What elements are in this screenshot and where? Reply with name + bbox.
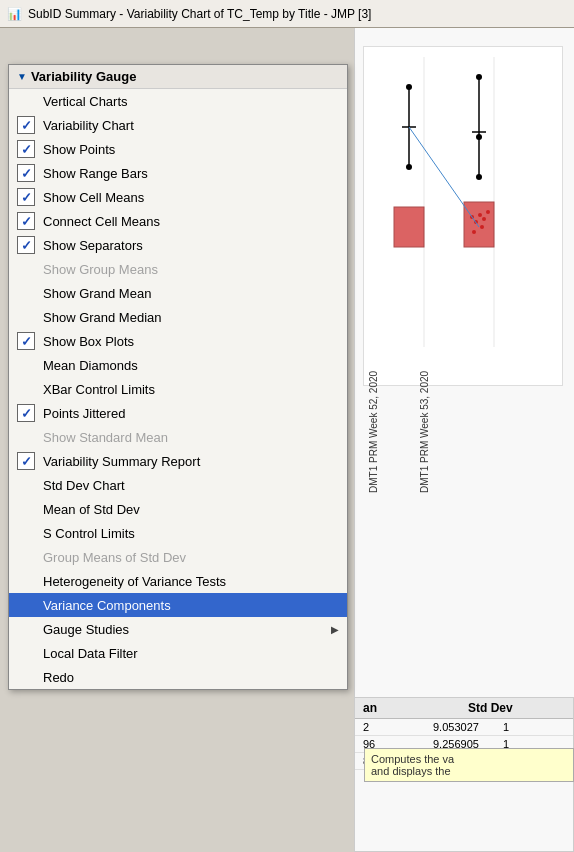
menu-item-points-jittered[interactable]: Points Jittered [9, 401, 347, 425]
checkbox-show-points[interactable] [17, 140, 35, 158]
menu-label-gauge-studies: Gauge Studies [43, 622, 331, 637]
menu-item-gauge-studies[interactable]: Gauge Studies▶ [9, 617, 347, 641]
menu-item-heterogeneity[interactable]: Heterogeneity of Variance Tests [9, 569, 347, 593]
menu-item-show-box-plots[interactable]: Show Box Plots [9, 329, 347, 353]
menu-label-group-means-std-dev: Group Means of Std Dev [43, 550, 339, 565]
svg-point-18 [472, 230, 476, 234]
checkbox-show-cell-means[interactable] [17, 188, 35, 206]
menu-item-mean-of-std-dev[interactable]: Mean of Std Dev [9, 497, 347, 521]
menu-item-show-group-means[interactable]: Show Group Means [9, 257, 347, 281]
chart-label-1: DMT1 PRM Week 52, 2020 [368, 393, 379, 493]
svg-point-16 [482, 217, 486, 221]
checkbox-show-box-plots[interactable] [17, 332, 35, 350]
checkbox-variability-chart[interactable] [17, 116, 35, 134]
menu-label-redo: Redo [43, 670, 339, 685]
menu-item-xbar-control-limits[interactable]: XBar Control Limits [9, 377, 347, 401]
title-bar-text: SubID Summary - Variability Chart of TC_… [28, 7, 371, 21]
table-cell-0-1: 9.053027 [429, 720, 499, 734]
menu-label-xbar-control-limits: XBar Control Limits [43, 382, 339, 397]
menu-collapse-arrow[interactable]: ▼ [17, 71, 27, 82]
svg-point-8 [476, 134, 482, 140]
chart-inner: DMT1 PRM Week 52, 2020 DMT1 PRM Week 53,… [355, 28, 574, 708]
menu-header: ▼ Variability Gauge [9, 65, 347, 89]
table-cell-0-0: 2 [359, 720, 429, 734]
menu-item-mean-diamonds[interactable]: Mean Diamonds [9, 353, 347, 377]
svg-point-15 [478, 213, 482, 217]
menu-item-show-cell-means[interactable]: Show Cell Means [9, 185, 347, 209]
svg-point-4 [406, 164, 412, 170]
svg-point-17 [486, 210, 490, 214]
tooltip-text: Computes the vaand displays the [371, 753, 454, 777]
menu-item-variance-components[interactable]: Variance Components [9, 593, 347, 617]
menu-item-show-grand-mean[interactable]: Show Grand Mean [9, 281, 347, 305]
menu-label-s-control-limits: S Control Limits [43, 526, 339, 541]
menu-label-variance-components: Variance Components [43, 598, 339, 613]
menu-label-points-jittered: Points Jittered [43, 406, 339, 421]
checkbox-points-jittered[interactable] [17, 404, 35, 422]
app-icon: 📊 [6, 6, 22, 22]
menu-item-show-separators[interactable]: Show Separators [9, 233, 347, 257]
menu-label-show-grand-mean: Show Grand Mean [43, 286, 339, 301]
menu-label-show-range-bars: Show Range Bars [43, 166, 339, 181]
menu-item-redo[interactable]: Redo [9, 665, 347, 689]
submenu-arrow-gauge-studies: ▶ [331, 624, 339, 635]
menu-label-show-cell-means: Show Cell Means [43, 190, 339, 205]
menu-label-show-group-means: Show Group Means [43, 262, 339, 277]
table-row: 29.0530271 [355, 719, 573, 736]
menu-item-show-standard-mean[interactable]: Show Standard Mean [9, 425, 347, 449]
menu-items-container: Vertical ChartsVariability ChartShow Poi… [9, 89, 347, 689]
chart-area: DMT1 PRM Week 52, 2020 DMT1 PRM Week 53,… [354, 28, 574, 708]
title-bar: 📊 SubID Summary - Variability Chart of T… [0, 0, 574, 28]
menu-label-variability-summary-report: Variability Summary Report [43, 454, 339, 469]
menu-label-mean-diamonds: Mean Diamonds [43, 358, 339, 373]
svg-point-19 [480, 225, 484, 229]
menu-label-local-data-filter: Local Data Filter [43, 646, 339, 661]
svg-point-3 [406, 84, 412, 90]
dropdown-menu: ▼ Variability Gauge Vertical ChartsVaria… [8, 64, 348, 690]
menu-label-mean-of-std-dev: Mean of Std Dev [43, 502, 339, 517]
table-cell-0-2: 1 [499, 720, 569, 734]
menu-label-connect-cell-means: Connect Cell Means [43, 214, 339, 229]
menu-item-show-grand-median[interactable]: Show Grand Median [9, 305, 347, 329]
menu-header-label: Variability Gauge [31, 69, 137, 84]
table-col-2: Std Dev [464, 700, 569, 716]
svg-point-7 [476, 74, 482, 80]
checkbox-show-range-bars[interactable] [17, 164, 35, 182]
menu-item-std-dev-chart[interactable]: Std Dev Chart [9, 473, 347, 497]
svg-rect-11 [394, 207, 424, 247]
menu-label-show-grand-median: Show Grand Median [43, 310, 339, 325]
menu-item-show-points[interactable]: Show Points [9, 137, 347, 161]
table-header: an Std Dev [355, 698, 573, 719]
chart-label-2: DMT1 PRM Week 53, 2020 [419, 393, 430, 493]
menu-item-variability-summary-report[interactable]: Variability Summary Report [9, 449, 347, 473]
menu-label-heterogeneity: Heterogeneity of Variance Tests [43, 574, 339, 589]
menu-item-show-range-bars[interactable]: Show Range Bars [9, 161, 347, 185]
chart-labels-row: DMT1 PRM Week 52, 2020 DMT1 PRM Week 53,… [368, 393, 566, 493]
menu-label-show-standard-mean: Show Standard Mean [43, 430, 339, 445]
menu-label-show-separators: Show Separators [43, 238, 339, 253]
menu-label-show-points: Show Points [43, 142, 339, 157]
menu-item-s-control-limits[interactable]: S Control Limits [9, 521, 347, 545]
variance-components-tooltip: Computes the vaand displays the [364, 748, 574, 782]
checkbox-show-separators[interactable] [17, 236, 35, 254]
menu-item-group-means-std-dev[interactable]: Group Means of Std Dev [9, 545, 347, 569]
menu-label-show-box-plots: Show Box Plots [43, 334, 339, 349]
menu-label-variability-chart: Variability Chart [43, 118, 339, 133]
menu-label-std-dev-chart: Std Dev Chart [43, 478, 339, 493]
menu-item-connect-cell-means[interactable]: Connect Cell Means [9, 209, 347, 233]
table-col-1: an [359, 700, 464, 716]
menu-label-vertical-charts: Vertical Charts [43, 94, 339, 109]
menu-item-local-data-filter[interactable]: Local Data Filter [9, 641, 347, 665]
svg-rect-12 [464, 202, 494, 247]
menu-item-variability-chart[interactable]: Variability Chart [9, 113, 347, 137]
menu-item-vertical-charts[interactable]: Vertical Charts [9, 89, 347, 113]
checkbox-connect-cell-means[interactable] [17, 212, 35, 230]
checkbox-variability-summary-report[interactable] [17, 452, 35, 470]
main-area: DMT1 PRM Week 52, 2020 DMT1 PRM Week 53,… [0, 28, 574, 852]
svg-point-9 [476, 174, 482, 180]
